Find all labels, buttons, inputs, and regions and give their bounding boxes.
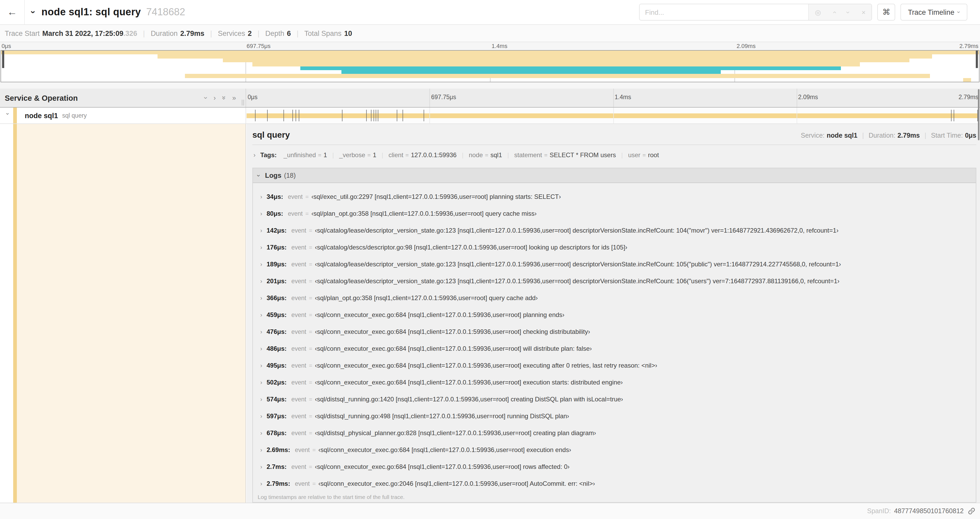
clear-search-icon[interactable]: × <box>862 8 865 16</box>
view-selector-button[interactable]: Trace Timeline › <box>901 4 967 21</box>
trace-minimap: 0μs697.75μs1.4ms2.09ms2.79ms <box>0 42 980 89</box>
divider: | <box>297 29 299 37</box>
log-message: ‹sql/conn_executor_exec.go:684 [nsql1,cl… <box>315 328 590 335</box>
log-entry[interactable]: ›201μs:event=‹sql/catalog/lease/descript… <box>253 273 976 289</box>
span-detail-title: sql query <box>252 130 290 140</box>
log-timestamp: 574μs: <box>267 396 286 403</box>
minimap-canvas[interactable] <box>0 50 980 82</box>
log-event-label: event <box>291 379 306 386</box>
column-resizer-handle[interactable] <box>242 100 244 105</box>
log-entry[interactable]: ›366μs:event=‹sql/plan_opt.go:358 [nsql1… <box>253 289 976 307</box>
divider: | <box>508 152 509 159</box>
log-entry[interactable]: ›678μs:event=‹sql/distsql_physical_plann… <box>253 425 976 441</box>
log-equals: = <box>309 295 312 301</box>
find-nav-buttons: ◎ › › × <box>808 4 872 20</box>
log-message: ‹sql/conn_executor_exec.go:2046 [nsql1,c… <box>318 480 595 487</box>
log-timestamp: 2.79ms: <box>267 480 290 487</box>
keyboard-shortcuts-button[interactable]: ⌘ <box>878 4 896 21</box>
minimap-span <box>341 70 721 74</box>
collapse-one-icon[interactable]: › <box>202 97 210 99</box>
expand-one-icon[interactable]: › <box>213 94 216 102</box>
log-expand-chevron-icon: › <box>260 278 267 284</box>
log-equals: = <box>305 193 309 200</box>
tags-row[interactable]: › Tags: _unfinished=1|_verbose=1|client=… <box>252 149 976 161</box>
tag-value: 127.0.0.1:59936 <box>411 152 457 159</box>
deep-link-icon[interactable] <box>968 508 975 515</box>
divider: | <box>258 29 259 37</box>
log-entry[interactable]: ›176μs:event=‹sql/catalog/descs/descript… <box>253 239 976 256</box>
minimap-left-drag-handle[interactable] <box>2 51 4 68</box>
log-entry[interactable]: ›597μs:event=‹sql/distsql_running.go:498… <box>253 408 976 425</box>
collapse-all-icon[interactable]: » <box>220 96 228 100</box>
log-equals: = <box>309 363 312 369</box>
depth-value: 6 <box>287 29 291 37</box>
log-entry[interactable]: ›80μs:event=‹sql/plan_opt.go:358 [nsql1,… <box>253 205 976 222</box>
collapse-trace-chevron-icon[interactable]: › <box>28 11 38 13</box>
expand-all-icon[interactable]: » <box>232 94 236 102</box>
log-entry[interactable]: ›486μs:event=‹sql/conn_executor_exec.go:… <box>253 340 976 357</box>
view-selector-label: Trace Timeline <box>908 8 955 16</box>
minimap-span <box>185 74 930 78</box>
divider: | <box>925 132 926 139</box>
trace-title: node sql1: sql query <box>41 6 141 18</box>
tag-key: node <box>469 152 483 159</box>
log-equals: = <box>309 413 312 419</box>
log-timestamp: 502μs: <box>267 379 286 386</box>
logs-label: Logs <box>265 171 282 179</box>
log-message: ‹sql/catalog/lease/descriptor_version_st… <box>315 227 838 234</box>
timeline-gridline <box>613 89 614 107</box>
trace-start-label: Trace Start <box>5 29 40 37</box>
log-entry[interactable]: ›459μs:event=‹sql/conn_executor_exec.go:… <box>253 307 976 323</box>
log-entry[interactable]: ›495μs:event=‹sql/conn_executor_exec.go:… <box>253 357 976 374</box>
log-entry[interactable]: ›502μs:event=‹sql/conn_executor_exec.go:… <box>253 374 976 391</box>
log-marker <box>267 110 268 121</box>
span-duration-bar[interactable] <box>247 113 977 118</box>
timeline-tick-label: 0μs <box>2 43 11 49</box>
timeline-tick-label: 1.4ms <box>492 43 508 49</box>
minimap-span-rows <box>1 51 979 82</box>
minimap-right-drag-handle[interactable] <box>976 51 978 68</box>
log-event-label: event <box>291 464 306 470</box>
log-entry[interactable]: ›189μs:event=‹sql/catalog/lease/descript… <box>253 256 976 273</box>
service-operation-header: Service & Operation › › » » <box>0 89 246 107</box>
minimap-span <box>252 62 860 66</box>
log-entry[interactable]: ›2.69ms:event=‹sql/conn_executor_exec.go… <box>253 441 976 458</box>
log-event-label: event <box>291 244 306 251</box>
timeline-tick-label: 1.4ms <box>615 94 631 100</box>
log-expand-chevron-icon: › <box>260 345 267 352</box>
divider: | <box>143 29 145 37</box>
log-timestamp: 34μs: <box>267 193 283 200</box>
log-entry[interactable]: ›142μs:event=‹sql/catalog/lease/descript… <box>253 222 976 239</box>
log-entry[interactable]: ›574μs:event=‹sql/distsql_running.go:142… <box>253 391 976 408</box>
divider: | <box>382 152 383 159</box>
log-timestamp: 80μs: <box>267 210 283 217</box>
next-result-icon[interactable]: › <box>845 11 853 13</box>
log-equals: = <box>312 447 316 453</box>
log-entry[interactable]: ›2.7ms:event=‹sql/conn_executor_exec.go:… <box>253 458 976 475</box>
log-marker <box>366 110 367 121</box>
find-input[interactable] <box>640 4 808 20</box>
log-message: ‹sql/exec_util.go:2297 [nsql1,client=127… <box>312 193 561 200</box>
log-timestamp: 459μs: <box>267 311 286 319</box>
logs-header[interactable]: › Logs (18) <box>253 168 976 183</box>
tag-key: _verbose <box>339 152 365 159</box>
prev-result-icon[interactable]: › <box>830 11 838 13</box>
span-row-node-sql1[interactable]: › node sql1 sql query <box>0 108 980 124</box>
vertical-scrollbar-thumb[interactable] <box>978 89 980 140</box>
timeline-gridline <box>613 108 614 123</box>
log-expand-chevron-icon: › <box>260 447 267 453</box>
log-equals: = <box>309 312 312 318</box>
divider: | <box>332 152 334 159</box>
timeline-tick-label: 697.75μs <box>247 43 270 49</box>
span-collapse-chevron-icon[interactable]: › <box>5 113 11 118</box>
log-entry[interactable]: ›476μs:event=‹sql/conn_executor_exec.go:… <box>253 323 976 340</box>
log-rows: ›34μs:event=‹sql/exec_util.go:2297 [nsql… <box>253 183 976 492</box>
duration-value: 2.79ms <box>897 132 920 139</box>
match-highlight-icon[interactable]: ◎ <box>815 8 821 16</box>
back-button[interactable]: ← <box>0 0 24 24</box>
log-event-label: event <box>291 329 306 335</box>
log-entry[interactable]: ›2.79ms:event=‹sql/conn_executor_exec.go… <box>253 475 976 492</box>
log-message: ‹sql/conn_executor_exec.go:684 [nsql1,cl… <box>318 446 571 454</box>
duration-value: 2.79ms <box>180 29 204 37</box>
log-entry[interactable]: ›34μs:event=‹sql/exec_util.go:2297 [nsql… <box>253 188 976 205</box>
